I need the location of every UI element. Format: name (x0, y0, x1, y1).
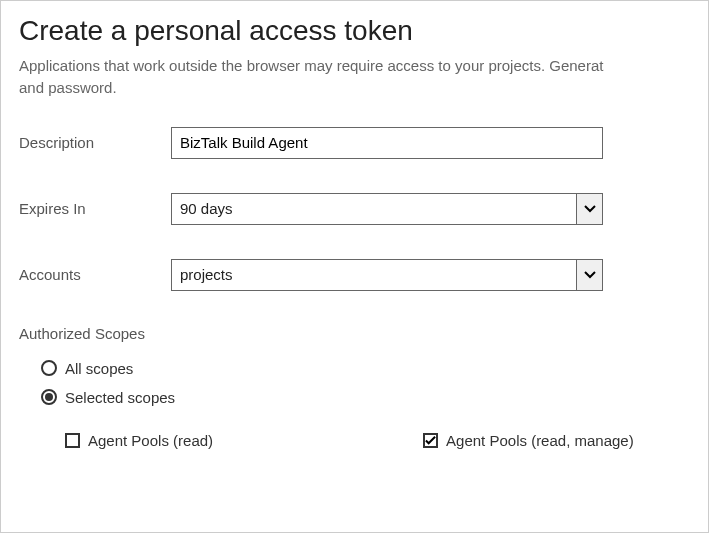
checkbox-label-read: Agent Pools (read) (88, 432, 213, 449)
radio-icon (41, 389, 57, 405)
description-label: Description (19, 134, 171, 151)
page-subtitle: Applications that work outside the brows… (19, 55, 690, 99)
radio-icon (41, 360, 57, 376)
checkbox-agent-pools-read[interactable]: Agent Pools (read) (65, 432, 213, 449)
radio-label-selected: Selected scopes (65, 389, 175, 406)
subtitle-line1: Applications that work outside the brows… (19, 57, 603, 74)
description-input[interactable] (171, 127, 603, 159)
radio-label-all: All scopes (65, 360, 133, 377)
expires-value: 90 days (172, 200, 576, 217)
chevron-down-icon (576, 194, 602, 224)
expires-label: Expires In (19, 200, 171, 217)
scopes-radio-group: All scopes Selected scopes (19, 360, 690, 406)
chevron-down-icon (576, 260, 602, 290)
accounts-select[interactable]: projects (171, 259, 603, 291)
accounts-label: Accounts (19, 266, 171, 283)
radio-all-scopes[interactable]: All scopes (41, 360, 690, 377)
radio-selected-scopes[interactable]: Selected scopes (41, 389, 690, 406)
expires-select[interactable]: 90 days (171, 193, 603, 225)
page-title: Create a personal access token (19, 15, 690, 47)
scopes-heading: Authorized Scopes (19, 325, 690, 342)
subtitle-line2: and password. (19, 77, 690, 99)
checkbox-agent-pools-manage[interactable]: Agent Pools (read, manage) (423, 432, 634, 449)
accounts-value: projects (172, 266, 576, 283)
checkbox-label-manage: Agent Pools (read, manage) (446, 432, 634, 449)
checkbox-icon (423, 433, 438, 448)
checkbox-icon (65, 433, 80, 448)
